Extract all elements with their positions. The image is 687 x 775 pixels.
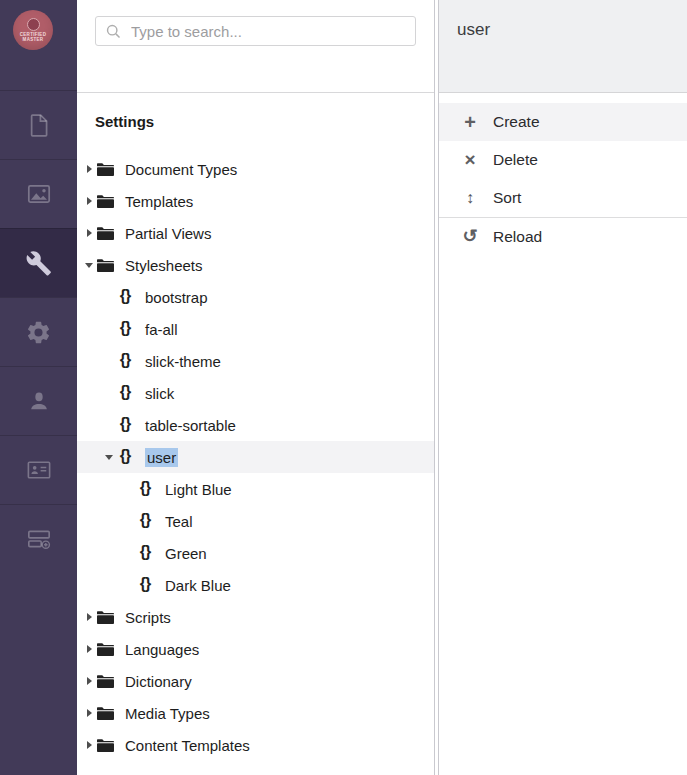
braces-icon: {} — [115, 384, 135, 402]
context-panel-title: user — [439, 0, 687, 40]
tree-node-partial-views[interactable]: Partial Views — [77, 217, 434, 249]
tree-node-label: Teal — [165, 513, 193, 530]
tree-node-label: slick — [145, 385, 174, 402]
tree-node-label: user — [145, 449, 178, 466]
braces-icon: {} — [115, 320, 135, 338]
tree-node-table-sortable[interactable]: {}table-sortable — [77, 409, 434, 441]
context-menu: +Create×Delete↕Sort↺Reload — [439, 103, 687, 255]
folder-icon — [95, 193, 115, 210]
delete-icon: × — [459, 149, 481, 171]
folder-icon — [95, 705, 115, 722]
caret-collapsed-icon[interactable] — [83, 677, 95, 685]
search-input[interactable] — [129, 22, 406, 41]
badge-line2: MASTER — [23, 37, 44, 42]
tree-node-label: table-sortable — [145, 417, 236, 434]
reload-icon: ↺ — [459, 225, 481, 247]
folder-icon — [95, 257, 115, 274]
context-panel: user +Create×Delete↕Sort↺Reload — [438, 0, 687, 775]
tree-node-label: Content Templates — [125, 737, 250, 754]
tree-node-dark-blue[interactable]: {}Dark Blue — [77, 569, 434, 601]
folder-icon — [95, 737, 115, 754]
context-panel-header: user — [439, 0, 687, 93]
menu-item-create[interactable]: +Create — [439, 103, 687, 141]
menu-item-label: Reload — [493, 228, 542, 246]
tree-node-scripts[interactable]: Scripts — [77, 601, 434, 633]
sidebar-item-image[interactable] — [0, 159, 77, 228]
gear-icon — [25, 319, 52, 346]
tree-body: Settings Document TypesTemplatesPartial … — [77, 93, 434, 775]
avatar-section: CERTIFIED MASTER — [0, 0, 77, 90]
caret-collapsed-icon[interactable] — [83, 165, 95, 173]
tree-node-languages[interactable]: Languages — [77, 633, 434, 665]
braces-icon: {} — [115, 416, 135, 434]
tree-node-label: Partial Views — [125, 225, 211, 242]
app-root: CERTIFIED MASTER Settings Document Types… — [0, 0, 687, 775]
tree-node-bootstrap[interactable]: {}bootstrap — [77, 281, 434, 313]
caret-expanded-icon[interactable] — [83, 263, 95, 268]
wrench-icon — [25, 250, 52, 277]
folder-icon — [95, 609, 115, 626]
caret-collapsed-icon[interactable] — [83, 197, 95, 205]
tree-node-label: bootstrap — [145, 289, 208, 306]
tree-node-media-types[interactable]: Media Types — [77, 697, 434, 729]
id-card-icon — [26, 457, 52, 483]
menu-item-label: Sort — [493, 189, 521, 207]
caret-collapsed-icon[interactable] — [83, 741, 95, 749]
braces-icon: {} — [115, 352, 135, 370]
user-avatar-badge[interactable]: CERTIFIED MASTER — [13, 10, 53, 50]
tree-node-green[interactable]: {}Green — [77, 537, 434, 569]
search-icon — [105, 23, 122, 40]
tree-node-user[interactable]: {}user — [77, 441, 434, 473]
caret-collapsed-icon[interactable] — [83, 709, 95, 717]
sidebar-item-document[interactable] — [0, 90, 77, 159]
tree-node-teal[interactable]: {}Teal — [77, 505, 434, 537]
tree-node-label: Languages — [125, 641, 199, 658]
sidebar-item-id-card[interactable] — [0, 435, 77, 504]
tree-node-dictionary[interactable]: Dictionary — [77, 665, 434, 697]
tree-node-fa-all[interactable]: {}fa-all — [77, 313, 434, 345]
braces-icon: {} — [135, 512, 155, 530]
caret-collapsed-icon[interactable] — [83, 229, 95, 237]
tree-node-label: fa-all — [145, 321, 178, 338]
menu-item-delete[interactable]: ×Delete — [439, 141, 687, 179]
braces-icon: {} — [135, 576, 155, 594]
caret-expanded-icon[interactable] — [103, 455, 115, 460]
tree-node-light-blue[interactable]: {}Light Blue — [77, 473, 434, 505]
user-icon — [26, 388, 52, 414]
menu-item-sort[interactable]: ↕Sort — [439, 179, 687, 217]
sidebar-item-forms[interactable] — [0, 504, 77, 573]
braces-icon: {} — [115, 288, 135, 306]
tree-node-label: slick-theme — [145, 353, 221, 370]
tree-node-label: Dark Blue — [165, 577, 231, 594]
tree-node-slick[interactable]: {}slick — [77, 377, 434, 409]
tree-node-templates[interactable]: Templates — [77, 185, 434, 217]
caret-collapsed-icon[interactable] — [83, 613, 95, 621]
braces-icon: {} — [115, 448, 135, 466]
tree-node-label: Stylesheets — [125, 257, 203, 274]
folder-icon — [95, 641, 115, 658]
sidebar-items — [0, 90, 77, 573]
app-sidebar: CERTIFIED MASTER — [0, 0, 77, 775]
tree-node-label: Document Types — [125, 161, 237, 178]
tree-node-label: Templates — [125, 193, 193, 210]
braces-icon: {} — [135, 480, 155, 498]
tree-node-label: Scripts — [125, 609, 171, 626]
tree-node-document-types[interactable]: Document Types — [77, 153, 434, 185]
braces-icon: {} — [135, 544, 155, 562]
caret-collapsed-icon[interactable] — [83, 645, 95, 653]
sidebar-item-user[interactable] — [0, 366, 77, 435]
tree-node-slick-theme[interactable]: {}slick-theme — [77, 345, 434, 377]
search-box — [95, 16, 416, 46]
sidebar-item-wrench[interactable] — [0, 228, 77, 297]
menu-item-reload[interactable]: ↺Reload — [439, 217, 687, 255]
tree: Document TypesTemplatesPartial ViewsStyl… — [77, 153, 434, 761]
tree-node-label: Green — [165, 545, 207, 562]
sidebar-item-gear[interactable] — [0, 297, 77, 366]
menu-item-label: Create — [493, 113, 540, 131]
folder-icon — [95, 673, 115, 690]
tree-node-content-templates[interactable]: Content Templates — [77, 729, 434, 761]
forms-icon — [26, 526, 52, 552]
tree-node-stylesheets[interactable]: Stylesheets — [77, 249, 434, 281]
menu-item-label: Delete — [493, 151, 538, 169]
image-icon — [26, 181, 52, 207]
